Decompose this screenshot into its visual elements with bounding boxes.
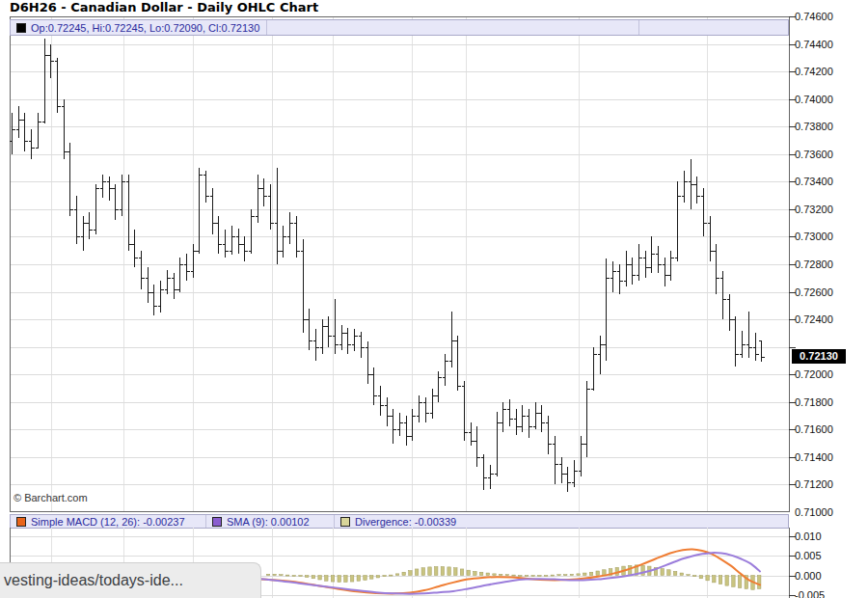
main-gridlines — [10, 16, 789, 512]
price-axis-label: 0.72000 — [795, 368, 833, 380]
price-axis-label: 0.74600 — [795, 11, 833, 22]
main-price-chart — [10, 16, 797, 512]
price-axis-label: 0.71600 — [795, 423, 833, 435]
macd-legend-cell: Simple MACD (12, 26): -0.00237 — [11, 515, 206, 528]
macd-swatch-icon — [16, 517, 26, 527]
price-axis-label: 0.71200 — [795, 478, 833, 490]
sma-swatch-icon — [212, 517, 222, 527]
price-axis-label: 0.73400 — [795, 176, 833, 187]
price-axis-label: 0.74200 — [795, 66, 833, 77]
price-axis-label: 0.73800 — [795, 121, 833, 132]
ohlc-legend-cell: Op:0.72245, Hi:0.72245, Lo:0.72090, Cl:0… — [11, 20, 267, 35]
divergence-legend-cell: Divergence: -0.00339 — [335, 515, 788, 528]
divergence-swatch-icon — [340, 517, 350, 527]
sma-legend-cell: SMA (9): 0.00102 — [206, 515, 335, 528]
price-axis-label: 0.73000 — [795, 231, 833, 242]
page: D6H26 - Canadian Dollar - Daily OHLC Cha… — [0, 0, 868, 598]
price-axis-label: 0.73200 — [795, 204, 833, 215]
price-axis-label: 0.71400 — [795, 451, 833, 463]
indicator-legend-bar: Simple MACD (12, 26): -0.00237 SMA (9): … — [10, 514, 789, 529]
chart-title: D6H26 - Canadian Dollar - Daily OHLC Cha… — [10, 0, 318, 14]
price-axis-label: 0.72400 — [795, 313, 833, 325]
ohlc-legend-bar: Op:0.72245, Hi:0.72245, Lo:0.72090, Cl:0… — [10, 19, 789, 36]
status-tooltip-text: vesting-ideas/todays-ide... — [4, 572, 183, 589]
copyright-watermark: © Barchart.com — [14, 492, 88, 503]
ohlc-series-swatch-icon — [16, 23, 26, 33]
browser-link-status-tooltip: vesting-ideas/todays-ide... — [0, 562, 261, 598]
legend-spacer-cell — [267, 20, 639, 35]
indicator-axis-label: -0.005 — [795, 589, 825, 598]
price-axis-label: 0.71000 — [795, 506, 833, 518]
last-price-badge: 0.72130 — [792, 349, 846, 364]
indicator-axis-label: 0.005 — [795, 550, 822, 561]
divergence-legend-text: Divergence: -0.00339 — [355, 516, 456, 528]
indicator-axis-label: 0.010 — [795, 530, 822, 542]
sma-legend-text: SMA (9): 0.00102 — [227, 516, 310, 528]
legend-spacer-cell — [639, 20, 788, 35]
macd-legend-text: Simple MACD (12, 26): -0.00237 — [31, 516, 185, 528]
ohlc-legend-text: Op:0.72245, Hi:0.72245, Lo:0.72090, Cl:0… — [31, 22, 259, 34]
price-axis-label: 0.74400 — [795, 39, 833, 50]
price-axis-label: 0.72600 — [795, 286, 833, 298]
price-axis-label: 0.71800 — [795, 396, 833, 408]
price-axis-label: 0.73600 — [795, 149, 833, 160]
price-axis-label: 0.72800 — [795, 258, 833, 270]
indicator-axis-label: 0.000 — [795, 570, 822, 582]
price-axis-label: 0.74000 — [795, 94, 833, 105]
